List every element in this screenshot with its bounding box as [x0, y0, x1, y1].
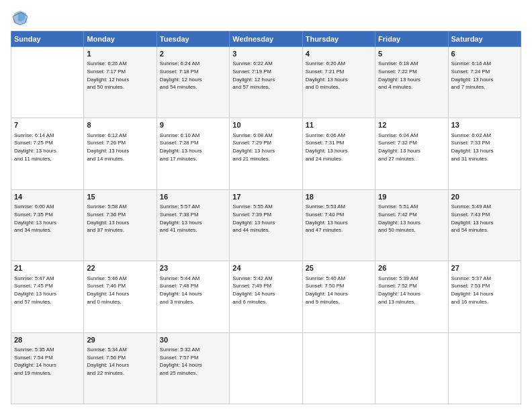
- calendar-day-cell: 22Sunrise: 5:46 AM Sunset: 7:46 PM Dayli…: [84, 261, 157, 332]
- day-number: 29: [87, 335, 153, 345]
- calendar-day-cell: 5Sunrise: 6:18 AM Sunset: 7:22 PM Daylig…: [375, 47, 448, 118]
- day-number: 28: [14, 335, 81, 345]
- day-info: Sunrise: 5:37 AM Sunset: 7:53 PM Dayligh…: [451, 275, 518, 306]
- calendar-day-cell: 6Sunrise: 6:16 AM Sunset: 7:24 PM Daylig…: [448, 47, 521, 118]
- day-number: 27: [451, 263, 518, 273]
- day-info: Sunrise: 5:32 AM Sunset: 7:57 PM Dayligh…: [160, 346, 226, 377]
- day-number: 12: [378, 120, 445, 130]
- calendar-day-cell: 29Sunrise: 5:34 AM Sunset: 7:56 PM Dayli…: [84, 332, 157, 404]
- day-number: 11: [306, 120, 372, 130]
- day-info: Sunrise: 5:39 AM Sunset: 7:52 PM Dayligh…: [378, 275, 445, 306]
- day-info: Sunrise: 5:46 AM Sunset: 7:46 PM Dayligh…: [87, 275, 153, 306]
- day-number: 3: [232, 49, 299, 59]
- day-info: Sunrise: 5:49 AM Sunset: 7:43 PM Dayligh…: [451, 203, 518, 234]
- logo: [11, 8, 31, 27]
- calendar-day-cell: 1Sunrise: 6:26 AM Sunset: 7:17 PM Daylig…: [84, 47, 157, 118]
- day-number: 6: [451, 49, 518, 59]
- header-day: Tuesday: [157, 32, 229, 47]
- day-info: Sunrise: 5:51 AM Sunset: 7:42 PM Dayligh…: [378, 203, 445, 234]
- header-day: Saturday: [448, 32, 521, 47]
- day-number: 4: [306, 49, 372, 59]
- day-number: 2: [160, 49, 226, 59]
- day-number: 19: [378, 192, 445, 202]
- day-number: 24: [232, 263, 299, 273]
- day-number: 23: [160, 263, 226, 273]
- day-number: 17: [232, 192, 299, 202]
- day-info: Sunrise: 6:06 AM Sunset: 7:31 PM Dayligh…: [306, 132, 372, 163]
- day-number: 9: [160, 120, 226, 130]
- day-number: 22: [87, 263, 153, 273]
- calendar-day-cell: 11Sunrise: 6:06 AM Sunset: 7:31 PM Dayli…: [302, 118, 375, 189]
- day-number: 26: [378, 263, 445, 273]
- header: [11, 8, 521, 27]
- calendar-week-row: 1Sunrise: 6:26 AM Sunset: 7:17 PM Daylig…: [11, 47, 521, 118]
- day-info: Sunrise: 6:04 AM Sunset: 7:32 PM Dayligh…: [378, 132, 445, 163]
- calendar-day-cell: 8Sunrise: 6:12 AM Sunset: 7:26 PM Daylig…: [84, 118, 157, 189]
- day-info: Sunrise: 6:24 AM Sunset: 7:18 PM Dayligh…: [160, 60, 226, 91]
- day-info: Sunrise: 5:53 AM Sunset: 7:40 PM Dayligh…: [306, 203, 372, 234]
- calendar-week-row: 14Sunrise: 6:00 AM Sunset: 7:35 PM Dayli…: [11, 189, 521, 261]
- day-info: Sunrise: 6:20 AM Sunset: 7:21 PM Dayligh…: [306, 60, 372, 91]
- calendar-day-cell: 14Sunrise: 6:00 AM Sunset: 7:35 PM Dayli…: [11, 189, 84, 261]
- day-info: Sunrise: 6:08 AM Sunset: 7:29 PM Dayligh…: [232, 132, 299, 163]
- day-info: Sunrise: 6:26 AM Sunset: 7:17 PM Dayligh…: [87, 60, 153, 91]
- calendar-day-cell: 10Sunrise: 6:08 AM Sunset: 7:29 PM Dayli…: [230, 118, 302, 189]
- day-info: Sunrise: 6:10 AM Sunset: 7:28 PM Dayligh…: [160, 132, 226, 163]
- calendar-day-cell: 27Sunrise: 5:37 AM Sunset: 7:53 PM Dayli…: [448, 261, 521, 332]
- page: SundayMondayTuesdayWednesdayThursdayFrid…: [0, 0, 532, 411]
- calendar-day-cell: [302, 332, 375, 404]
- calendar-day-cell: 20Sunrise: 5:49 AM Sunset: 7:43 PM Dayli…: [448, 189, 521, 261]
- calendar-day-cell: 12Sunrise: 6:04 AM Sunset: 7:32 PM Dayli…: [375, 118, 448, 189]
- day-info: Sunrise: 5:35 AM Sunset: 7:54 PM Dayligh…: [14, 346, 81, 377]
- calendar-day-cell: 13Sunrise: 6:02 AM Sunset: 7:33 PM Dayli…: [448, 118, 521, 189]
- calendar-day-cell: 16Sunrise: 5:57 AM Sunset: 7:38 PM Dayli…: [157, 189, 229, 261]
- day-info: Sunrise: 6:02 AM Sunset: 7:33 PM Dayligh…: [451, 132, 518, 163]
- day-number: 30: [160, 335, 226, 345]
- day-info: Sunrise: 5:34 AM Sunset: 7:56 PM Dayligh…: [87, 346, 153, 377]
- calendar-day-cell: [448, 332, 521, 404]
- day-number: 20: [451, 192, 518, 202]
- logo-icon: [11, 8, 30, 27]
- day-info: Sunrise: 5:55 AM Sunset: 7:39 PM Dayligh…: [232, 203, 299, 234]
- day-info: Sunrise: 6:14 AM Sunset: 7:25 PM Dayligh…: [14, 132, 81, 163]
- day-number: 21: [14, 263, 81, 273]
- calendar-day-cell: 9Sunrise: 6:10 AM Sunset: 7:28 PM Daylig…: [157, 118, 229, 189]
- day-info: Sunrise: 5:58 AM Sunset: 7:36 PM Dayligh…: [87, 203, 153, 234]
- calendar-day-cell: 30Sunrise: 5:32 AM Sunset: 7:57 PM Dayli…: [157, 332, 229, 404]
- day-number: 5: [378, 49, 445, 59]
- header-day: Sunday: [11, 32, 84, 47]
- calendar-day-cell: 4Sunrise: 6:20 AM Sunset: 7:21 PM Daylig…: [302, 47, 375, 118]
- calendar-week-row: 28Sunrise: 5:35 AM Sunset: 7:54 PM Dayli…: [11, 332, 521, 404]
- calendar-day-cell: 19Sunrise: 5:51 AM Sunset: 7:42 PM Dayli…: [375, 189, 448, 261]
- header-day: Wednesday: [230, 32, 302, 47]
- day-info: Sunrise: 5:40 AM Sunset: 7:50 PM Dayligh…: [306, 275, 372, 306]
- day-number: 13: [451, 120, 518, 130]
- day-info: Sunrise: 5:42 AM Sunset: 7:49 PM Dayligh…: [232, 275, 299, 306]
- day-info: Sunrise: 5:47 AM Sunset: 7:45 PM Dayligh…: [14, 275, 81, 306]
- calendar-day-cell: 26Sunrise: 5:39 AM Sunset: 7:52 PM Dayli…: [375, 261, 448, 332]
- calendar-table: SundayMondayTuesdayWednesdayThursdayFrid…: [11, 31, 521, 404]
- calendar-week-row: 7Sunrise: 6:14 AM Sunset: 7:25 PM Daylig…: [11, 118, 521, 189]
- calendar-day-cell: 15Sunrise: 5:58 AM Sunset: 7:36 PM Dayli…: [84, 189, 157, 261]
- calendar-week-row: 21Sunrise: 5:47 AM Sunset: 7:45 PM Dayli…: [11, 261, 521, 332]
- day-number: 8: [87, 120, 153, 130]
- calendar-header: SundayMondayTuesdayWednesdayThursdayFrid…: [11, 32, 521, 47]
- day-info: Sunrise: 6:16 AM Sunset: 7:24 PM Dayligh…: [451, 60, 518, 91]
- calendar-day-cell: 28Sunrise: 5:35 AM Sunset: 7:54 PM Dayli…: [11, 332, 84, 404]
- day-number: 7: [14, 120, 81, 130]
- header-row: SundayMondayTuesdayWednesdayThursdayFrid…: [11, 32, 521, 47]
- calendar-day-cell: 23Sunrise: 5:44 AM Sunset: 7:48 PM Dayli…: [157, 261, 229, 332]
- calendar-body: 1Sunrise: 6:26 AM Sunset: 7:17 PM Daylig…: [11, 47, 521, 404]
- header-day: Thursday: [302, 32, 375, 47]
- header-day: Monday: [84, 32, 157, 47]
- calendar-day-cell: 17Sunrise: 5:55 AM Sunset: 7:39 PM Dayli…: [230, 189, 302, 261]
- day-number: 1: [87, 49, 153, 59]
- calendar-day-cell: 2Sunrise: 6:24 AM Sunset: 7:18 PM Daylig…: [157, 47, 229, 118]
- calendar-day-cell: [11, 47, 84, 118]
- calendar-day-cell: 3Sunrise: 6:22 AM Sunset: 7:19 PM Daylig…: [230, 47, 302, 118]
- calendar-day-cell: [375, 332, 448, 404]
- calendar-day-cell: 7Sunrise: 6:14 AM Sunset: 7:25 PM Daylig…: [11, 118, 84, 189]
- day-info: Sunrise: 5:44 AM Sunset: 7:48 PM Dayligh…: [160, 275, 226, 306]
- day-number: 18: [306, 192, 372, 202]
- calendar-day-cell: 21Sunrise: 5:47 AM Sunset: 7:45 PM Dayli…: [11, 261, 84, 332]
